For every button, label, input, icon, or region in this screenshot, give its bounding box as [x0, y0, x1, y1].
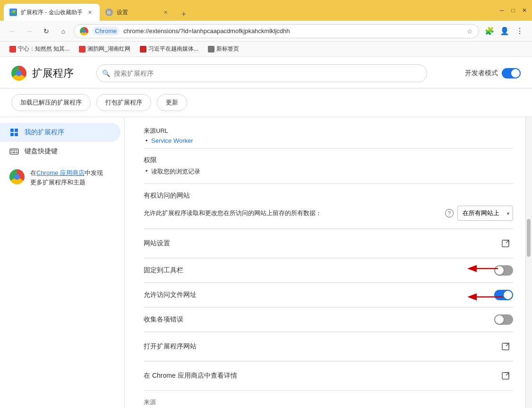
search-icon: 🔍 — [102, 69, 110, 77]
view-in-store-label: 在 Chrome 应用商店中查看详情 — [144, 372, 498, 380]
scrollbar-track[interactable] — [525, 117, 532, 408]
detail-content: 来源URL Service Worker 权限 读取您的浏览记录 有权访问的网站 — [125, 117, 532, 408]
permissions-section: 权限 读取您的浏览记录 — [144, 156, 513, 176]
dev-mode-switch[interactable] — [502, 68, 521, 78]
tab-extensions-label: 扩展程序 - 金山收藏助手 — [21, 9, 83, 17]
bookmark-1-icon — [9, 46, 16, 52]
close-button[interactable]: ✕ — [521, 7, 528, 14]
extensions-title-area: 扩展程序 — [11, 66, 74, 81]
tab-extensions[interactable]: 🧩 扩展程序 - 金山收藏助手 ✕ — [4, 4, 100, 21]
svg-rect-5 — [11, 150, 12, 151]
view-in-store-row: 在 Chrome 应用商店中查看详情 — [144, 361, 513, 390]
open-ext-site-label: 打开扩展程序网站 — [144, 342, 498, 351]
bookmark-3[interactable]: 习近平在越南媒体... — [136, 43, 202, 55]
chrome-logo-icon — [80, 27, 88, 35]
tab-settings-label: 设置 — [117, 9, 128, 17]
svg-rect-9 — [11, 152, 12, 153]
extensions-page: 扩展程序 🔍 开发者模式 加载已解压的扩展程序 打包扩展程序 更新 — [0, 57, 532, 408]
tab-extensions-close[interactable]: ✕ — [86, 9, 94, 16]
extensions-body: 我的扩展程序 键盘快捷键 在Chrome 应用商店中发现更多扩展程序和主题 — [0, 117, 532, 408]
profile-button[interactable]: 👤 — [498, 25, 511, 38]
source-section: 来源 由第三方安装。 — [144, 398, 513, 408]
sites-label: 允许此扩展程序读取和更改您在所访问的网站上留存的所有数据： — [144, 209, 441, 217]
dev-mode-toggle: 开发者模式 — [465, 68, 521, 78]
menu-button[interactable]: ⋮ — [513, 25, 526, 38]
minimize-button[interactable]: ─ — [498, 7, 506, 14]
bookmark-4[interactable]: 新标签页 — [204, 43, 243, 55]
bookmark-3-icon — [140, 46, 146, 52]
svg-rect-0 — [10, 129, 14, 132]
svg-rect-2 — [10, 133, 14, 136]
load-unpacked-button[interactable]: 加载已解压的扩展程序 — [11, 94, 91, 111]
bookmark-1-label: 宁心：知然然 知其... — [18, 45, 69, 53]
permissions-title: 权限 — [144, 156, 513, 165]
home-button[interactable]: ⌂ — [57, 25, 70, 38]
sites-select[interactable]: 在所有网站上 ▾ — [457, 206, 513, 221]
ext-tab-favicon: 🧩 — [9, 9, 17, 16]
website-settings-label: 网站设置 — [144, 239, 498, 248]
bookmark-3-label: 习近平在越南媒体... — [148, 45, 198, 53]
bookmarks-bar: 宁心：知然然 知其... 湘韵网_湖南红网 习近平在越南媒体... 新标签页 — [0, 42, 532, 57]
pack-extension-button[interactable]: 打包扩展程序 — [96, 94, 151, 111]
sites-title: 有权访问的网站 — [144, 191, 513, 200]
extensions-header: 扩展程序 🔍 开发者模式 — [0, 57, 532, 88]
permission-history: 读取您的浏览记录 — [144, 167, 513, 176]
extensions-button[interactable]: 🧩 — [483, 25, 496, 38]
collect-errors-toggle[interactable] — [494, 314, 513, 325]
pin-toolbar-label: 固定到工具栏 — [144, 266, 494, 275]
main-content: 来源URL Service Worker 权限 读取您的浏览记录 有权访问的网站 — [125, 117, 532, 408]
maximize-button[interactable]: □ — [509, 7, 517, 14]
help-icon[interactable]: ? — [445, 209, 454, 217]
chrome-label: Chrome — [92, 26, 120, 35]
bookmark-2-icon — [79, 46, 86, 52]
address-bar[interactable]: Chrome chrome://extensions/?id=lanhpcaap… — [74, 24, 479, 38]
settings-tab-favicon: ⚙ — [105, 9, 113, 16]
bookmark-star-icon[interactable]: ☆ — [467, 27, 473, 35]
my-extensions-label: 我的扩展程序 — [25, 128, 64, 137]
back-button[interactable]: ← — [6, 25, 19, 38]
sidebar-item-keyboard[interactable]: 键盘快捷键 — [0, 142, 120, 161]
address-text: chrome://extensions/?id=lanhpcaapacdmofk… — [123, 27, 290, 35]
new-tab-button[interactable]: + — [177, 8, 190, 21]
my-extensions-icon — [9, 128, 19, 137]
service-worker-section: 来源URL Service Worker — [144, 127, 513, 144]
dev-mode-label: 开发者模式 — [465, 69, 498, 78]
search-area: 🔍 — [96, 64, 427, 82]
svg-rect-10 — [13, 152, 16, 153]
bookmark-1[interactable]: 宁心：知然然 知其... — [6, 43, 73, 55]
sidebar-discover[interactable]: 在Chrome 应用商店中发现更多扩展程序和主题 — [0, 161, 120, 194]
window-controls: ─ □ ✕ — [498, 7, 528, 14]
page-title: 扩展程序 — [32, 66, 74, 80]
tab-settings-close[interactable]: ✕ — [162, 9, 170, 16]
tab-strip: 🧩 扩展程序 - 金山收藏助手 ✕ ⚙ 设置 ✕ + — [4, 0, 498, 21]
view-in-store-external-icon[interactable] — [498, 368, 513, 383]
bookmark-2[interactable]: 湘韵网_湖南红网 — [75, 43, 134, 55]
allow-file-access-toggle[interactable] — [494, 290, 513, 300]
svg-rect-7 — [14, 150, 15, 151]
collect-errors-label: 收集各项错误 — [144, 315, 494, 324]
bookmark-4-label: 新标签页 — [216, 45, 239, 53]
svg-rect-8 — [16, 150, 17, 151]
service-worker-link[interactable]: Service Worker — [144, 137, 513, 144]
website-settings-row: 网站设置 — [144, 229, 513, 258]
section-header-text: 来源URL — [144, 127, 513, 135]
update-button[interactable]: 更新 — [157, 94, 187, 111]
navbar: ← → ↻ ⌂ Chrome chrome://extensions/?id=l… — [0, 21, 532, 42]
forward-button[interactable]: → — [23, 25, 36, 38]
svg-rect-3 — [15, 133, 18, 136]
tab-settings[interactable]: ⚙ 设置 ✕ — [100, 4, 175, 21]
keyboard-shortcuts-label: 键盘快捷键 — [25, 147, 58, 156]
sidebar-item-my-extensions[interactable]: 我的扩展程序 — [0, 123, 120, 142]
extensions-logo — [11, 66, 26, 81]
sites-select-value: 在所有网站上 — [463, 209, 499, 217]
search-input[interactable] — [96, 64, 427, 82]
sites-row: 允许此扩展程序读取和更改您在所访问的网站上留存的所有数据： ? 在所有网站上 ▾ — [144, 206, 513, 221]
reload-button[interactable]: ↻ — [40, 25, 53, 38]
svg-rect-11 — [16, 152, 17, 153]
scrollbar-thumb[interactable] — [527, 219, 531, 257]
pin-toolbar-toggle[interactable] — [494, 265, 513, 276]
pin-toolbar-row: 固定到工具栏 — [144, 258, 513, 282]
website-settings-external-icon[interactable] — [498, 236, 513, 251]
open-ext-site-external-icon[interactable] — [498, 339, 513, 354]
svg-rect-4 — [10, 149, 18, 154]
